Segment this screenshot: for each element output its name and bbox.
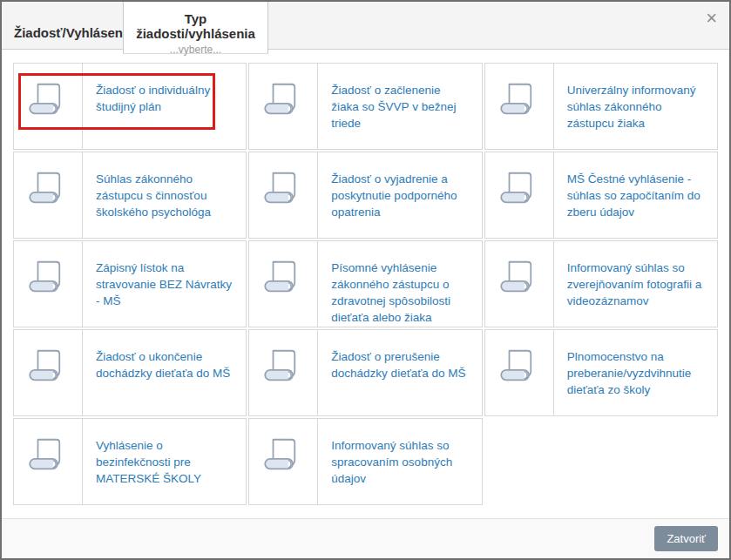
request-type-card[interactable]: Informovaný súhlas so zverejňovaním foto…	[484, 240, 718, 327]
request-type-grid: Žiadosť o individuálny študijný plán Žia…	[13, 63, 718, 505]
scroll-document-icon	[249, 241, 318, 327]
request-type-card[interactable]: Žiadosť o začlenenie žiaka so ŠVVP v bež…	[248, 63, 482, 150]
request-type-label: Žiadosť o individuálny študijný plán	[83, 64, 246, 149]
request-type-label: Univerzálny informovaný súhlas zákonného…	[554, 64, 717, 149]
request-type-card[interactable]: Plnomocenstvo na preberanie/vyzdvihnutie…	[484, 329, 718, 416]
dialog-header: Žiadosť/Vyhlásenie Typ žiadosti/vyhlásen…	[2, 2, 729, 50]
scroll-document-icon	[485, 64, 554, 149]
request-type-label: Zápisný lístok na stravovanie BEZ Návrat…	[83, 241, 246, 327]
scroll-document-icon	[249, 419, 318, 504]
request-type-label: Vyhlásenie o bezinfekčnosti pre MATERSKÉ…	[83, 419, 246, 504]
request-type-label: Žiadosť o ukončenie dochádzky dieťaťa do…	[83, 330, 246, 415]
request-type-card[interactable]: Informovaný súhlas so spracovaním osobný…	[248, 418, 482, 505]
scroll-document-icon	[249, 330, 318, 415]
scroll-document-icon	[249, 152, 318, 238]
request-type-card[interactable]: MŠ Čestné vyhlásenie - súhlas so započít…	[484, 152, 718, 239]
request-type-label: MŠ Čestné vyhlásenie - súhlas so započít…	[554, 152, 717, 238]
request-type-card[interactable]: Žiadosť o prerušenie dochádzky dieťaťa d…	[248, 329, 482, 416]
scroll-document-icon	[14, 330, 83, 415]
request-type-label: Žiadosť o prerušenie dochádzky dieťaťa d…	[318, 330, 481, 415]
scroll-document-icon	[14, 64, 83, 149]
request-type-card[interactable]: Písomné vyhlásenie zákonného zástupcu o …	[248, 240, 482, 327]
scroll-document-icon	[485, 152, 554, 238]
request-type-card[interactable]: Zápisný lístok na stravovanie BEZ Návrat…	[13, 240, 247, 327]
close-button[interactable]: Zatvoriť	[654, 526, 718, 551]
request-type-label: Plnomocenstvo na preberanie/vyzdvihnutie…	[554, 330, 717, 415]
request-type-label: Informovaný súhlas so zverejňovaním foto…	[554, 241, 717, 327]
scroll-document-icon	[14, 152, 83, 238]
scroll-document-icon	[249, 64, 318, 149]
request-type-dialog: Žiadosť/Vyhlásenie Typ žiadosti/vyhlásen…	[0, 0, 731, 560]
request-type-label: Žiadosť o vyjadrenie a poskytnutie podpo…	[318, 152, 481, 238]
tab-request-type[interactable]: Typ žiadosti/vyhlásenia ...vyberte...	[123, 2, 268, 54]
dialog-body: Žiadosť o individuálny študijný plán Žia…	[2, 50, 729, 518]
close-icon[interactable]: ×	[706, 9, 717, 28]
scroll-document-icon	[14, 241, 83, 327]
dialog-title: Žiadosť/Vyhlásenie	[14, 25, 134, 40]
request-type-card[interactable]: Univerzálny informovaný súhlas zákonného…	[484, 63, 718, 150]
dialog-footer: Zatvoriť	[2, 518, 729, 558]
scroll-document-icon	[485, 241, 554, 327]
request-type-card[interactable]: Žiadosť o ukončenie dochádzky dieťaťa do…	[13, 329, 247, 416]
scroll-document-icon	[14, 419, 83, 504]
request-type-label: Žiadosť o začlenenie žiaka so ŠVVP v bež…	[318, 64, 481, 149]
request-type-card[interactable]: Žiadosť o vyjadrenie a poskytnutie podpo…	[248, 152, 482, 239]
tab-label: Typ žiadosti/vyhlásenia	[124, 11, 267, 41]
request-type-card[interactable]: Súhlas zákonného zástupcu s činnosťou šk…	[13, 152, 247, 239]
tab-sublabel: ...vyberte...	[124, 44, 267, 56]
scroll-document-icon	[485, 330, 554, 415]
request-type-label: Informovaný súhlas so spracovaním osobný…	[318, 419, 481, 504]
request-type-card[interactable]: Žiadosť o individuálny študijný plán	[13, 63, 247, 150]
request-type-label: Súhlas zákonného zástupcu s činnosťou šk…	[83, 152, 246, 238]
request-type-label: Písomné vyhlásenie zákonného zástupcu o …	[318, 241, 481, 327]
request-type-card[interactable]: Vyhlásenie o bezinfekčnosti pre MATERSKÉ…	[13, 418, 247, 505]
